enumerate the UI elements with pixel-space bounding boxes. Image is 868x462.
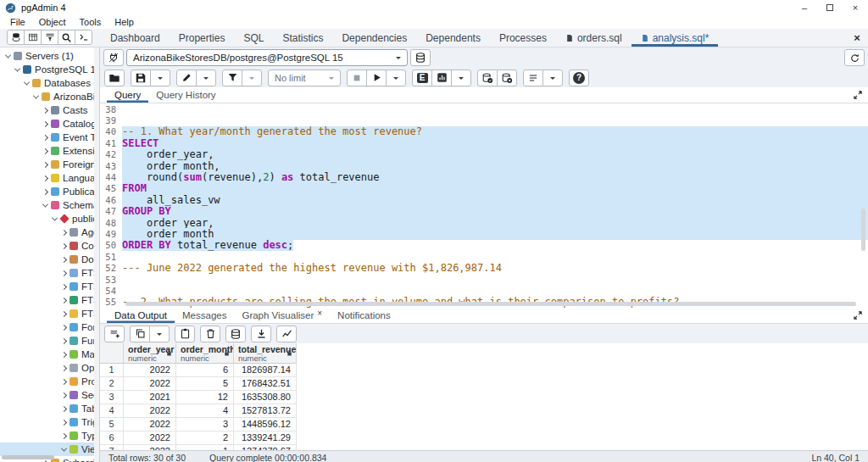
- explorer-filter-grid-button[interactable]: [41, 30, 58, 45]
- grid-cell[interactable]: 1768432.51: [234, 377, 297, 391]
- sidebar-horizontal-scrollbar[interactable]: [2, 455, 54, 459]
- execute-query-button[interactable]: [366, 70, 387, 86]
- save-menu-button[interactable]: [150, 70, 170, 86]
- grid-cell[interactable]: 12: [176, 391, 234, 404]
- editor-line-52[interactable]: 52--- June 2022 generated the highest re…: [100, 262, 868, 273]
- explorer-search-button[interactable]: [58, 30, 75, 45]
- tab-query-history[interactable]: Query History: [148, 87, 223, 103]
- tab-analysis-sql[interactable]: analysis.sql*: [632, 29, 719, 47]
- help-button[interactable]: ?: [569, 70, 589, 86]
- chevron-right-icon[interactable]: [41, 149, 49, 153]
- editor-line-41[interactable]: 41SELECT: [100, 137, 868, 148]
- chevron-down-icon[interactable]: [41, 203, 49, 208]
- tab-dashboard[interactable]: Dashboard: [101, 29, 170, 47]
- tree-item-fts-templates[interactable]: FTS Templates: [0, 307, 94, 320]
- chevron-right-icon[interactable]: [41, 122, 49, 126]
- editor-line-47[interactable]: 47GROUP BY: [100, 206, 868, 217]
- tab-dependencies[interactable]: Dependencies: [332, 29, 416, 47]
- editor-line-53[interactable]: 53: [100, 274, 868, 285]
- maximize-output-button[interactable]: [848, 308, 868, 323]
- tree-item-database[interactable]: ArizonaBikeStoresDB: [0, 90, 94, 103]
- grid-cell[interactable]: 3: [176, 418, 234, 431]
- commit-button[interactable]: [477, 70, 498, 86]
- tree-item-casts[interactable]: Casts: [0, 103, 94, 117]
- explorer-grid-button[interactable]: [24, 30, 42, 45]
- grid-cell[interactable]: 2: [176, 431, 234, 445]
- paste-button[interactable]: [175, 326, 195, 342]
- filter-menu-button[interactable]: [242, 70, 262, 86]
- chevron-right-icon[interactable]: [59, 420, 68, 425]
- tree-item-foreign-tables[interactable]: Foreign Tables: [0, 320, 94, 334]
- copy-button[interactable]: [130, 326, 150, 342]
- cancel-query-button[interactable]: [347, 70, 367, 86]
- menu-tools[interactable]: Tools: [73, 17, 108, 27]
- editor-line-49[interactable]: 49 order_month: [100, 228, 868, 239]
- tree-item-languages[interactable]: Languages: [0, 171, 94, 185]
- row-number-cell[interactable]: 3: [100, 391, 124, 404]
- tab-graph-visualiser[interactable]: Graph Visualiser ×: [234, 308, 330, 323]
- tree-item-fts-dictionaries[interactable]: FTS Dictionaries: [0, 280, 94, 293]
- close-tab-button[interactable]: ×: [846, 29, 868, 47]
- tree-item-functions[interactable]: Functions: [0, 334, 94, 348]
- tree-item-fts-parsers[interactable]: FTS Parsers: [0, 293, 94, 307]
- chevron-right-icon[interactable]: [41, 190, 49, 194]
- chevron-down-icon[interactable]: [22, 81, 31, 86]
- chevron-right-icon[interactable]: [59, 353, 68, 357]
- column-header-order_year[interactable]: order_yearnumeric: [124, 343, 176, 364]
- grid-corner-cell[interactable]: [100, 343, 124, 364]
- macros-menu-button[interactable]: [542, 70, 563, 86]
- tab-messages[interactable]: Messages: [175, 308, 234, 323]
- explain-button[interactable]: E: [412, 70, 432, 86]
- grid-cell[interactable]: 1448596.12: [234, 418, 297, 431]
- explain-options-button[interactable]: [451, 70, 471, 86]
- chevron-right-icon[interactable]: [59, 271, 68, 276]
- tab-processes[interactable]: Processes: [490, 29, 556, 47]
- edit-menu-button[interactable]: [176, 70, 197, 86]
- tree-item-trigger-functions[interactable]: Trigger Functions: [0, 415, 94, 429]
- tab-statistics[interactable]: Statistics: [273, 29, 332, 47]
- menu-file[interactable]: File: [3, 17, 32, 27]
- new-connection-button[interactable]: [410, 49, 431, 66]
- grid-cell[interactable]: 6: [176, 364, 234, 377]
- grid-cell[interactable]: 2022: [124, 418, 176, 431]
- tree-item-schemas[interactable]: Schemas (1): [0, 198, 94, 212]
- row-number-cell[interactable]: 4: [100, 404, 124, 418]
- grid-cell[interactable]: 1527813.72: [234, 404, 297, 418]
- grid-cell[interactable]: 4: [176, 404, 234, 418]
- grid-cell[interactable]: 2022: [124, 431, 176, 445]
- connection-select[interactable]: ArizonaBikeStoresDB/postgres@PostgreSQL …: [126, 49, 408, 66]
- filter-button[interactable]: [222, 70, 242, 86]
- chevron-down-icon[interactable]: [3, 54, 12, 58]
- menu-object[interactable]: Object: [32, 17, 73, 27]
- chevron-right-icon[interactable]: [59, 339, 68, 343]
- tree-item-operators[interactable]: Operators: [0, 361, 94, 375]
- tree-item-postgresql-server[interactable]: PostgreSQL 15: [0, 63, 94, 76]
- copy-options-button[interactable]: [149, 326, 170, 342]
- edit-menu-caret-button[interactable]: [196, 70, 216, 86]
- chevron-right-icon[interactable]: [41, 136, 49, 140]
- editor-line-42[interactable]: 42 order_year,: [100, 149, 868, 160]
- column-header-order_month[interactable]: order_monthnumeric: [176, 343, 234, 364]
- rollback-button[interactable]: [497, 70, 517, 86]
- tree-item-tables[interactable]: Tables: [0, 402, 94, 415]
- grid-cell[interactable]: 2022: [124, 364, 176, 377]
- chevron-down-icon[interactable]: [50, 217, 58, 221]
- tree-item-collations[interactable]: Collations: [0, 239, 94, 253]
- sidebar-vertical-scrollbar[interactable]: [94, 47, 99, 462]
- close-window-button[interactable]: ×: [843, 0, 868, 15]
- chevron-right-icon[interactable]: [59, 258, 68, 262]
- tree-item-publications[interactable]: Publications: [0, 185, 94, 198]
- tab-notifications[interactable]: Notifications: [330, 308, 398, 323]
- tree-item-extensions[interactable]: Extensions: [0, 144, 94, 158]
- chevron-right-icon[interactable]: [59, 298, 68, 303]
- editor-line-45[interactable]: 45FROM: [100, 183, 868, 194]
- download-results-button[interactable]: [251, 326, 271, 342]
- close-icon[interactable]: ×: [317, 309, 322, 318]
- chevron-right-icon[interactable]: [59, 285, 68, 289]
- column-header-total_revenue[interactable]: total_revenuenumeric: [234, 343, 297, 364]
- menu-help[interactable]: Help: [108, 17, 141, 27]
- row-number-cell[interactable]: 5: [100, 418, 124, 431]
- tree-item-event-triggers[interactable]: Event Triggers: [0, 131, 94, 144]
- editor-line-50[interactable]: 50ORDER BY total_revenue desc;: [100, 240, 868, 251]
- connection-status-button[interactable]: [103, 49, 124, 66]
